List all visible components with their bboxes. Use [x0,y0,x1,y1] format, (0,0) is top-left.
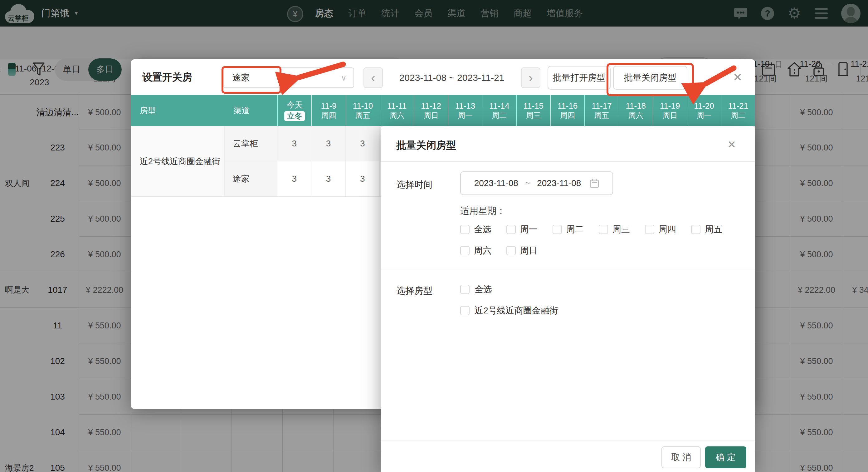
day-col-11-12: 11-12周日 [414,95,448,126]
week-option-周二: 周二 [553,224,589,235]
room-option-近2号线近商圈金融街: 近2号线近商圈金融街 [460,305,558,317]
day-week: 周日 [424,111,439,120]
checkbox[interactable] [553,225,562,234]
checkbox[interactable] [460,246,470,255]
inventory-cell: 3 [277,126,311,161]
batch-open-room-button[interactable]: 批量打开房型 [548,66,611,90]
week-option-全选: 全选 [460,224,497,235]
modal-table-header: 房型 渠道 今天 立冬 11-9周四11-10周五11-11周六11-12周日1… [131,95,755,126]
app-root: ‹ 11-06~12-05 › 2023 11-6一121间¥ 500.00¥ … [0,0,868,472]
week-checkbox-row: 周六周日 [460,245,553,257]
day-week: 周四 [560,111,575,120]
batch-close-room-dialog: 批量关闭房型 ✕ 选择时间 2023-11-08 ~ 2023-11-08 适用… [381,126,755,472]
channel-select-value: 途家 [232,72,250,84]
day-week: 周三 [526,111,541,120]
col-roomtype: 房型 [131,95,225,126]
channel-select[interactable]: 途家 ∨ [223,67,354,88]
checkbox[interactable] [506,225,516,234]
day-col-11-21: 11-21周二 [721,95,755,126]
day-date: 11-16 [558,101,578,111]
day-col-11-17: 11-17周五 [584,95,618,126]
day-col-11-18: 11-18周六 [619,95,653,126]
day-col-11-14: 11-14周二 [482,95,516,126]
checkbox-label: 周日 [520,245,537,257]
checkbox[interactable] [460,285,470,294]
week-option-周日: 周日 [506,245,543,257]
day-date: 11-14 [489,101,509,111]
checkbox[interactable] [506,246,516,255]
day-col-11-10: 11-10周五 [346,95,380,126]
roomtype-checkbox-list: 全选近2号线近商圈金融街 [460,284,558,317]
day-week: 周一 [696,111,711,120]
inventory-cell: 3 [277,161,311,197]
day-week: 周四 [321,111,336,120]
room-option-全选: 全选 [460,284,558,295]
day-date: 11-13 [455,101,475,111]
day-date: 11-9 [321,101,336,111]
modal-title: 设置开关房 [142,70,192,84]
roomtype-label: 选择房型 [396,285,432,297]
checkbox[interactable] [645,225,654,234]
close-icon[interactable]: ✕ [724,137,740,152]
dialog-title: 批量关闭房型 [396,139,456,152]
cancel-button[interactable]: 取 消 [661,446,701,468]
day-col-11-19: 11-19周日 [653,95,687,126]
checkbox-label: 周五 [705,224,722,235]
day-week: 周五 [355,111,370,120]
checkbox-label: 周六 [474,245,491,257]
day-date: 11-15 [523,101,544,111]
week-option-周六: 周六 [460,245,497,257]
day-col-11-9: 11-9周四 [311,95,345,126]
batch-close-room-button[interactable]: 批量关闭房型 [613,66,687,90]
day-date: 11-20 [694,101,714,111]
col-today: 今天 立冬 [277,95,311,126]
day-week: 周二 [492,111,507,120]
week-option-周一: 周一 [506,224,543,235]
checkbox[interactable] [460,306,470,315]
checkbox-label: 周三 [613,224,630,235]
day-week: 周一 [458,111,473,120]
day-week: 周五 [594,111,609,120]
channel-cell: 云掌柜 [225,126,277,161]
date-range-input[interactable]: 2023-11-08 ~ 2023-11-08 [460,171,613,195]
channel-cell: 途家 [225,161,277,197]
close-icon[interactable]: ✕ [729,69,746,86]
checkbox[interactable] [599,225,608,234]
checkbox[interactable] [691,225,701,234]
day-col-11-15: 11-15周三 [516,95,550,126]
week-label: 适用星期： [460,205,505,217]
inventory-cell: 3 [346,126,380,161]
solar-term-badge: 立冬 [284,111,305,121]
day-week: 周二 [731,111,746,120]
day-date: 11-11 [387,101,407,111]
checkbox-label: 全选 [474,224,491,235]
prev-date-button[interactable]: ‹ [364,67,383,88]
chevron-down-icon: ∨ [341,73,347,83]
room-type-cell: 近2号线近商圈金融街 [131,126,225,197]
day-week: 周日 [662,111,677,120]
day-week: 周六 [628,111,643,120]
day-date: 11-19 [660,101,680,111]
day-col-11-11: 11-11周六 [380,95,414,126]
confirm-button[interactable]: 确 定 [705,446,746,468]
day-date: 11-10 [353,101,373,111]
day-date: 11-12 [421,101,441,111]
day-date: 11-18 [626,101,646,111]
inventory-cell: 3 [311,126,345,161]
week-option-周三: 周三 [599,224,636,235]
day-week: 周六 [390,111,404,120]
checkbox-label: 近2号线近商圈金融街 [474,305,558,317]
day-col-11-13: 11-13周一 [448,95,482,126]
day-col-11-20: 11-20周一 [687,95,721,126]
inventory-cell: 3 [346,161,380,197]
day-date: 11-21 [728,101,748,111]
week-option-周五: 周五 [691,224,728,235]
checkbox[interactable] [460,225,470,234]
checkbox-label: 周二 [566,224,584,235]
next-date-button[interactable]: › [521,67,540,88]
day-date: 11-17 [592,101,612,111]
week-checkbox-row: 全选周一周二周三周四周五 [460,224,737,235]
modal-date-range: 2023-11-08 ~ 2023-11-21 [386,67,517,88]
checkbox-label: 周一 [520,224,537,235]
time-label: 选择时间 [396,179,432,191]
